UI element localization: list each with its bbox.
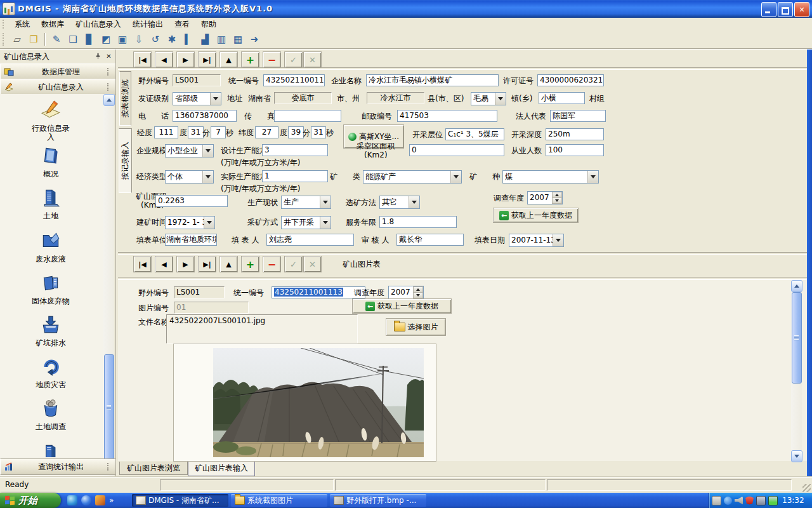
mining-method-combo[interactable]: 井下开采 — [281, 216, 331, 229]
scroll-up-icon[interactable] — [791, 280, 802, 292]
quick-launch-desktop-icon[interactable] — [67, 495, 77, 505]
land-survey-icon[interactable]: ✱ — [164, 32, 180, 47]
taskbar-task-folder[interactable]: 系统截图图片 — [231, 494, 327, 507]
admin-entry-icon[interactable]: ✎ — [49, 32, 64, 47]
fill-date-combo[interactable]: 2007-11-13 — [509, 234, 564, 247]
pic-fetch-previous-year-button[interactable]: ←获取上一年度数据 — [352, 298, 452, 314]
license-input[interactable]: 4300000620321 — [537, 74, 604, 86]
scrollbar-thumb[interactable] — [792, 292, 802, 384]
restore-button[interactable] — [778, 2, 793, 17]
sidebar-item-partial[interactable] — [0, 442, 102, 457]
company-input[interactable]: 冷水江市毛易镇小横煤矿 — [366, 74, 499, 86]
phone-input[interactable]: 13607387000 — [173, 110, 237, 122]
pic-unified-no-input[interactable]: 43250211001113 — [272, 286, 365, 298]
fill-person-input[interactable]: 刘志尧 — [266, 234, 354, 246]
pic-nav-prev-button[interactable]: ◀ — [155, 256, 173, 272]
report-icon[interactable]: ▦ — [230, 32, 246, 47]
picture-panel-scrollbar[interactable] — [791, 280, 802, 461]
nav-next-button[interactable]: ▶ — [176, 51, 195, 68]
sidebar-group-mine-entry[interactable]: 矿山信息录入 — [0, 79, 115, 95]
scale-combo[interactable]: 小型企业 — [165, 144, 214, 157]
sidebar-scrollbar[interactable] — [103, 94, 114, 508]
menu-mine-entry[interactable]: 矿山信息录入 — [70, 18, 127, 31]
sidebar-item-land[interactable]: 土地 — [0, 187, 102, 220]
quick-launch-media-icon[interactable] — [95, 495, 105, 505]
file-name-value[interactable]: 4325022007LS00101.jpg — [166, 314, 358, 344]
mine-kind-combo[interactable]: 煤 — [502, 170, 599, 184]
sidebar-item-mine-drainage[interactable]: 矿坑排水 — [0, 314, 102, 347]
menu-view[interactable]: 查看 — [169, 18, 195, 31]
taskbar-task-paint[interactable]: 野外版打开.bmp -... — [330, 494, 426, 507]
nav-prev-button[interactable]: ◀ — [155, 51, 173, 68]
survey-year-spinner[interactable]: 2007 — [527, 191, 563, 204]
menu-system[interactable]: 系统 — [9, 18, 36, 31]
new-document-icon[interactable]: ▱ — [10, 32, 25, 47]
overview-icon[interactable]: ❏ — [65, 32, 81, 47]
longitude-min-input[interactable]: 31 — [188, 126, 204, 138]
land-icon[interactable]: ▊ — [82, 32, 97, 47]
sidebar-item-geohazard[interactable]: 地质灾害 — [0, 356, 102, 389]
close-panel-icon[interactable]: ✕ — [104, 51, 114, 61]
sidebar-item-overview[interactable]: 概况 — [0, 145, 102, 178]
menu-stat-output[interactable]: 统计输出 — [127, 18, 169, 31]
nav-add-button[interactable]: + — [241, 51, 259, 68]
county-combo[interactable]: 毛易 — [471, 92, 506, 105]
auditor-input[interactable]: 戴长华 — [396, 234, 464, 246]
taskbar-task-dmgis[interactable]: DMGIS - 湖南省矿... — [132, 494, 228, 507]
mine-class-combo[interactable]: 能源矿产 — [363, 170, 462, 184]
service-years-input[interactable]: 1.8 — [379, 216, 457, 228]
tab-picture-input[interactable]: 矿山图片表输入 — [188, 462, 255, 476]
pic-nav-next-button[interactable]: ▶ — [176, 256, 195, 272]
menubar-grip[interactable] — [3, 20, 6, 29]
more-quick-launch-icon[interactable]: » — [109, 495, 117, 505]
fill-unit-input[interactable]: 湖南省地质环境 — [165, 234, 217, 246]
prod-status-combo[interactable]: 生产 — [281, 196, 331, 209]
tab-record-input[interactable]: 按记录输入 — [119, 128, 132, 193]
zip-input[interactable]: 417503 — [397, 110, 497, 122]
pic-nav-remove-button[interactable]: − — [263, 256, 281, 272]
stat-icon[interactable]: ▟ — [197, 32, 213, 47]
pin-icon[interactable] — [93, 51, 103, 61]
pic-nav-last-button[interactable]: ▶| — [198, 256, 216, 272]
network-tray-icon[interactable] — [768, 496, 778, 505]
latitude-min-input[interactable]: 39 — [288, 126, 304, 138]
town-input[interactable]: 小横 — [539, 92, 585, 104]
mining-depth-input[interactable]: 250m — [546, 128, 604, 140]
latitude-deg-input[interactable]: 27 — [255, 126, 278, 138]
nav-up-button[interactable]: ▲ — [219, 51, 238, 68]
scrollbar-thumb[interactable] — [104, 354, 114, 461]
longitude-sec-input[interactable]: 7 — [211, 126, 226, 138]
wastewater-icon[interactable]: ◩ — [98, 32, 114, 47]
open-folder-icon[interactable]: ❒ — [26, 32, 41, 47]
table-icon[interactable]: ▥ — [214, 32, 229, 47]
sidebar-item-admin-info[interactable]: 行政信息录入 — [0, 99, 102, 142]
pic-survey-year-spinner[interactable]: 2007 — [388, 286, 424, 299]
goaf-area-input[interactable]: 0 — [409, 144, 504, 156]
build-time-combo[interactable]: 1972- 1- 3 — [165, 216, 215, 229]
legal-input[interactable]: 陈国军 — [550, 110, 606, 122]
drainage-icon[interactable]: ⇩ — [131, 32, 147, 47]
unified-no-input[interactable]: 43250211001113 — [263, 74, 325, 86]
scroll-up-icon[interactable] — [103, 94, 115, 106]
longitude-deg-input[interactable]: 111 — [154, 126, 178, 138]
nav-remove-button[interactable]: − — [263, 51, 281, 68]
security-shield-icon[interactable] — [745, 497, 754, 505]
sidebar-group-query-output[interactable]: 查询统计输出 — [0, 458, 115, 475]
sidebar-item-land-survey[interactable]: 土地调查 — [0, 398, 102, 431]
scroll-down-icon[interactable] — [791, 450, 802, 462]
column-icon[interactable]: ▍ — [181, 32, 196, 47]
cert-level-combo[interactable]: 省部级 — [173, 92, 221, 105]
pic-nav-add-button[interactable]: + — [241, 256, 259, 272]
beneficiation-combo[interactable]: 其它 — [379, 196, 420, 209]
tab-picture-browse[interactable]: 矿山图片表浏览 — [119, 462, 188, 475]
clock[interactable]: 13:32 — [782, 496, 804, 505]
pic-nav-first-button[interactable]: |◀ — [133, 256, 152, 272]
fetch-previous-year-button[interactable]: ←获取上一年度数据 — [493, 208, 579, 223]
actual-capacity-input[interactable]: 1 — [262, 170, 328, 182]
geohazard-icon[interactable]: ↺ — [148, 32, 163, 47]
sidebar-item-wastewater[interactable]: 废水废液 — [0, 230, 102, 264]
keyboard-tray-icon[interactable] — [712, 496, 721, 505]
sidebar-group-database[interactable]: 数据库管理 — [0, 64, 115, 80]
latitude-sec-input[interactable]: 31 — [311, 126, 326, 138]
exit-icon[interactable]: ➜ — [247, 32, 262, 47]
